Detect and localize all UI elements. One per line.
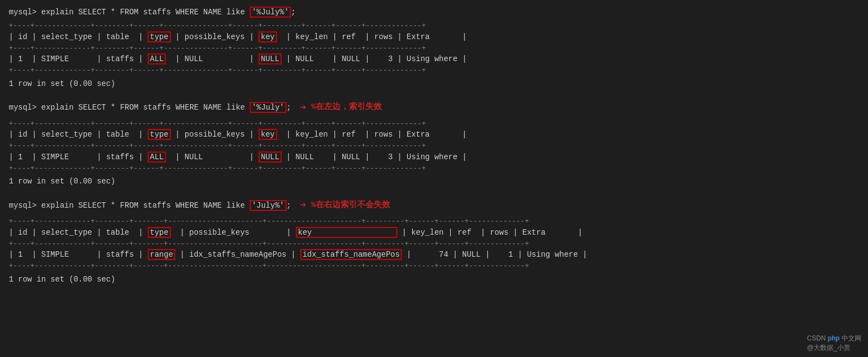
divider-1a: +----+-------------+--------+------+----… (9, 20, 859, 31)
type-header-2: type (148, 129, 171, 140)
annotation-text-2: %在左边，索引失效 (311, 101, 382, 114)
key-val-2: NULL (258, 152, 282, 163)
key-val-1: NULL (258, 53, 282, 64)
type-val-3: range (148, 249, 175, 260)
datarow-3: | 1 | SIMPLE | staffs | range | idx_staf… (9, 249, 859, 261)
type-val-2: ALL (148, 152, 166, 163)
query-wrapper-2: mysql> explain SELECT * FROM staffs WHER… (9, 100, 859, 116)
result-2: 1 row in set (0.00 sec) (9, 176, 859, 187)
key-header-3: key (296, 227, 397, 238)
annotation-3: ➔ %在右边索引不会失效 (300, 197, 390, 214)
query-prefix-3: mysql> explain SELECT * FROM staffs WHER… (9, 200, 291, 212)
watermark-author: @大数据_小赏 (807, 344, 850, 351)
key-header-2: key (258, 129, 277, 140)
query-wrapper-3: mysql> explain SELECT * FROM staffs WHER… (9, 197, 859, 214)
datarow-1: | 1 | SIMPLE | staffs | ALL | NULL | NUL… (9, 53, 859, 65)
type-val-1: ALL (148, 53, 166, 64)
arrow-icon-3: ➔ (300, 197, 306, 214)
query-highlight-2: '%July' (250, 102, 287, 113)
divider-2b: +----+-------------+--------+------+----… (9, 140, 859, 152)
watermark: CSDN php 中文网 @大数据_小赏 (807, 334, 861, 353)
arrow-icon-2: ➔ (300, 100, 306, 116)
key-val-3: idx_staffs_nameAgePos (300, 249, 402, 260)
datarow-2: | 1 | SIMPLE | staffs | ALL | NULL | NUL… (9, 152, 859, 163)
divider-2c: +----+-------------+--------+------+----… (9, 163, 859, 174)
query-highlight-1: '%July%' (250, 7, 291, 18)
query-line-1: mysql> explain SELECT * FROM staffs WHER… (9, 7, 859, 18)
divider-2a: +----+-------------+--------+------+----… (9, 118, 859, 129)
query-prefix-2: mysql> explain SELECT * FROM staffs WHER… (9, 102, 291, 113)
section-3: mysql> explain SELECT * FROM staffs WHER… (9, 197, 859, 285)
divider-1c: +----+-------------+--------+------+----… (9, 65, 859, 76)
result-1: 1 row in set (0.00 sec) (9, 78, 859, 90)
section-1: mysql> explain SELECT * FROM staffs WHER… (9, 7, 859, 90)
divider-1b: +----+-------------+--------+------+----… (9, 43, 859, 54)
header-3: | id | select_type | table | type | poss… (9, 227, 859, 239)
query-suffix-1: ; (291, 8, 295, 17)
header-1: | id | select_type | table | type | poss… (9, 31, 859, 43)
section-2: mysql> explain SELECT * FROM staffs WHER… (9, 100, 859, 188)
result-3: 1 row in set (0.00 sec) (9, 274, 859, 285)
annotation-2: ➔ %在左边，索引失效 (300, 100, 382, 116)
watermark-php: php (828, 334, 840, 342)
key-header-1: key (258, 31, 277, 42)
type-header-3: type (148, 227, 171, 238)
divider-3b: +----+-------------+--------+-------+---… (9, 239, 859, 250)
annotation-text-3: %在右边索引不会失效 (311, 199, 390, 212)
divider-3c: +----+-------------+--------+-------+---… (9, 261, 859, 272)
query-highlight-3: 'July%' (250, 200, 287, 211)
query-prefix-1: mysql> explain SELECT * FROM staffs WHER… (9, 8, 250, 17)
header-2: | id | select_type | table | type | poss… (9, 129, 859, 140)
divider-3a: +----+-------------+--------+-------+---… (9, 216, 859, 227)
type-header-1: type (148, 31, 171, 42)
